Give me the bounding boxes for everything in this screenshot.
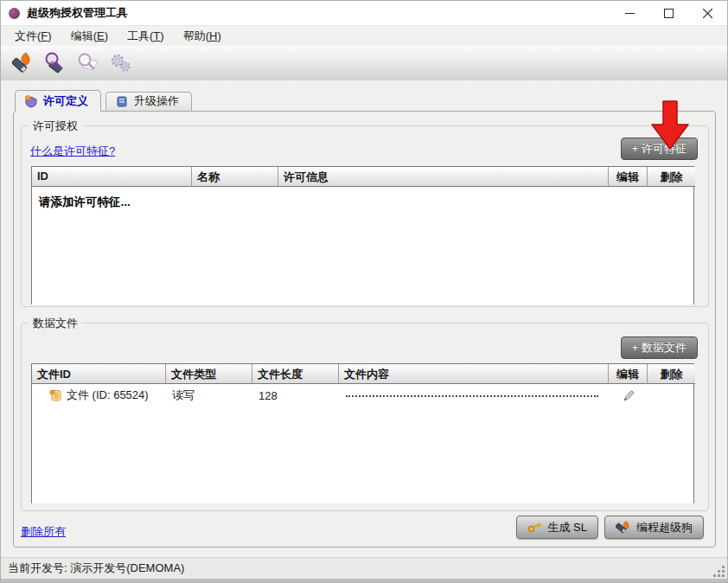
column-header-id: ID bbox=[32, 167, 192, 187]
tab-label: 许可定义 bbox=[43, 93, 88, 109]
app-window: 超级狗授权管理工具 文件(F) 编辑(E) 工具(T) 帮助(H) bbox=[0, 0, 728, 583]
tab-label: 升级操作 bbox=[134, 93, 179, 109]
settings-gears-button-disabled[interactable] bbox=[106, 50, 134, 76]
menu-bar: 文件(F) 编辑(E) 工具(T) 帮助(H) bbox=[1, 25, 727, 46]
license-table-header: ID 名称 许可信息 编辑 删除 bbox=[32, 167, 693, 187]
view-report-button-disabled[interactable] bbox=[73, 50, 101, 76]
key-icon bbox=[527, 522, 542, 533]
file-icon bbox=[49, 389, 61, 401]
file-type-cell: 读写 bbox=[166, 388, 252, 403]
datafile-group-title: 数据文件 bbox=[29, 316, 82, 331]
window-controls bbox=[610, 1, 727, 25]
generate-sl-button[interactable]: 生成 SL bbox=[516, 516, 598, 539]
view-report-disabled-icon bbox=[74, 51, 100, 75]
add-data-file-button[interactable]: + 数据文件 bbox=[621, 336, 698, 359]
column-header-file-content: 文件内容 bbox=[339, 364, 609, 384]
upgrade-doc-icon bbox=[115, 94, 129, 108]
masked-content-dots bbox=[346, 395, 598, 397]
program-dongle-button[interactable] bbox=[8, 50, 35, 76]
license-shield-icon bbox=[24, 94, 38, 108]
inspect-dongle-icon bbox=[42, 51, 67, 75]
license-group: 许可授权 什么是许可特征? + 许可特征 ID 名称 许可信息 编辑 删除 请添… bbox=[21, 125, 709, 307]
minimize-button[interactable] bbox=[610, 1, 649, 25]
title-bar: 超级狗授权管理工具 bbox=[1, 1, 727, 25]
delete-all-link[interactable]: 删除所有 bbox=[21, 524, 66, 540]
datafile-table: 文件ID 文件类型 文件长度 文件内容 编辑 删除 bbox=[31, 363, 694, 503]
menu-tools[interactable]: 工具(T) bbox=[120, 27, 171, 46]
datafile-table-header: 文件ID 文件类型 文件长度 文件内容 编辑 删除 bbox=[32, 364, 693, 384]
footer-buttons: 生成 SL 编程超级狗 bbox=[516, 516, 704, 539]
file-length-cell: 128 bbox=[252, 389, 339, 402]
column-header-file-id: 文件ID bbox=[32, 364, 166, 384]
column-header-file-length: 文件长度 bbox=[252, 364, 339, 384]
dongle-flame-icon bbox=[616, 521, 631, 534]
datafile-group: 数据文件 + 数据文件 文件ID 文件类型 文件长度 文件内容 编辑 删除 bbox=[21, 323, 709, 511]
close-button[interactable] bbox=[688, 1, 727, 25]
column-header-license-info: 许可信息 bbox=[278, 167, 609, 187]
close-icon bbox=[703, 9, 712, 18]
menu-file[interactable]: 文件(F) bbox=[8, 27, 59, 46]
inspect-dongle-button[interactable] bbox=[41, 50, 68, 76]
license-table-empty-message: 请添加许可特征... bbox=[32, 187, 693, 218]
settings-gears-disabled-icon bbox=[107, 51, 133, 75]
tab-license-definition[interactable]: 许可定义 bbox=[15, 90, 101, 112]
minimize-icon bbox=[625, 9, 635, 18]
program-superdog-label: 编程超级狗 bbox=[636, 520, 693, 535]
license-help-link[interactable]: 什么是许可特征? bbox=[30, 144, 115, 159]
tab-strip: 许可定义 升级操作 bbox=[15, 90, 196, 111]
license-table: ID 名称 许可信息 编辑 删除 请添加许可特征... bbox=[31, 166, 694, 304]
column-header-delete: 删除 bbox=[648, 364, 695, 384]
edit-cell bbox=[609, 388, 648, 402]
column-header-edit: 编辑 bbox=[609, 167, 648, 187]
menu-help[interactable]: 帮助(H) bbox=[176, 27, 228, 46]
maximize-icon bbox=[664, 9, 674, 18]
program-dongle-icon bbox=[9, 51, 35, 75]
license-definition-panel: 许可授权 什么是许可特征? + 许可特征 ID 名称 许可信息 编辑 删除 请添… bbox=[13, 111, 716, 548]
maximize-button[interactable] bbox=[649, 1, 688, 25]
edit-pencil-icon[interactable] bbox=[622, 388, 635, 402]
app-icon bbox=[9, 8, 20, 19]
resize-grip[interactable] bbox=[713, 566, 725, 578]
datafile-table-body: 文件 (ID: 65524) 读写 128 bbox=[32, 384, 693, 503]
tab-upgrade-operation[interactable]: 升级操作 bbox=[105, 92, 192, 111]
status-text: 当前开发号: 演示开发号(DEMOMA) bbox=[8, 561, 184, 576]
column-header-file-type: 文件类型 bbox=[166, 364, 252, 384]
toolbar bbox=[1, 46, 727, 80]
column-header-name: 名称 bbox=[192, 167, 278, 187]
license-table-body: 请添加许可特征... bbox=[32, 187, 693, 304]
column-header-edit: 编辑 bbox=[609, 364, 648, 384]
file-row[interactable]: 文件 (ID: 65524) 读写 128 bbox=[32, 384, 693, 407]
file-content-cell bbox=[339, 394, 609, 397]
menu-edit[interactable]: 编辑(E) bbox=[64, 27, 115, 46]
column-header-delete: 删除 bbox=[648, 167, 695, 187]
program-superdog-button[interactable]: 编程超级狗 bbox=[604, 516, 704, 539]
file-id-text: 文件 (ID: 65524) bbox=[67, 388, 149, 403]
license-group-title: 许可授权 bbox=[29, 119, 82, 134]
file-id-cell: 文件 (ID: 65524) bbox=[32, 388, 166, 403]
window-title: 超级狗授权管理工具 bbox=[27, 5, 128, 21]
generate-sl-label: 生成 SL bbox=[547, 520, 587, 535]
red-arrow-annotation bbox=[649, 100, 691, 151]
status-bar: 当前开发号: 演示开发号(DEMOMA) bbox=[1, 557, 727, 582]
